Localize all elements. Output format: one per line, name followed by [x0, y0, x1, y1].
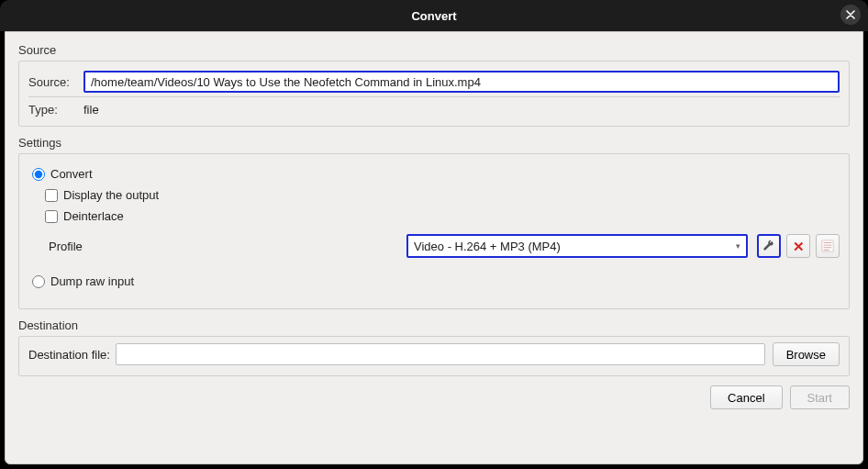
type-label: Type: — [28, 103, 83, 117]
display-output-checkbox[interactable] — [45, 189, 58, 202]
source-group: Source: Type: file — [18, 61, 850, 127]
convert-radio-label: Convert — [50, 167, 93, 181]
close-icon — [846, 10, 855, 19]
profile-select[interactable]: Video - H.264 + MP3 (MP4) — [406, 234, 748, 258]
titlebar: Convert — [0, 0, 868, 31]
source-path-input[interactable] — [83, 71, 840, 93]
browse-button[interactable]: Browse — [773, 342, 840, 366]
profile-row: Profile Video - H.264 + MP3 (MP4) ▾ ✕ — [49, 234, 840, 258]
type-value: file — [83, 103, 99, 117]
dialog-content: Source Source: Type: file Settings Conve… — [5, 31, 863, 464]
deinterlace-label: Deinterlace — [63, 209, 124, 223]
destination-file-label: Destination file: — [28, 348, 110, 362]
destination-group: Destination file: Browse — [18, 336, 850, 376]
source-field-label: Source: — [28, 75, 83, 89]
cancel-button[interactable]: Cancel — [710, 385, 782, 409]
wrench-icon — [762, 240, 775, 252]
profile-label: Profile — [49, 240, 104, 253]
display-output-label: Display the output — [63, 188, 159, 202]
destination-section-label: Destination — [18, 318, 850, 332]
start-button[interactable]: Start — [790, 385, 850, 409]
settings-group: Convert Display the output Deinterlace P… — [18, 153, 850, 309]
deinterlace-checkbox[interactable] — [45, 210, 58, 223]
dump-raw-label: Dump raw input — [50, 274, 134, 288]
destination-file-input[interactable] — [116, 343, 765, 365]
list-icon — [821, 240, 834, 252]
source-section-label: Source — [18, 43, 850, 57]
convert-radio[interactable] — [32, 168, 45, 181]
window-title: Convert — [411, 9, 456, 23]
delete-icon: ✕ — [793, 240, 805, 253]
close-button[interactable] — [840, 5, 861, 25]
delete-profile-button[interactable]: ✕ — [786, 234, 810, 258]
dump-raw-radio[interactable] — [32, 275, 45, 288]
new-profile-button[interactable] — [816, 234, 840, 258]
edit-profile-button[interactable] — [757, 234, 781, 258]
settings-section-label: Settings — [18, 136, 850, 150]
dialog-button-bar: Cancel Start — [18, 385, 850, 409]
convert-dialog-window: Convert Source Source: Type: file Settin… — [0, 0, 868, 469]
